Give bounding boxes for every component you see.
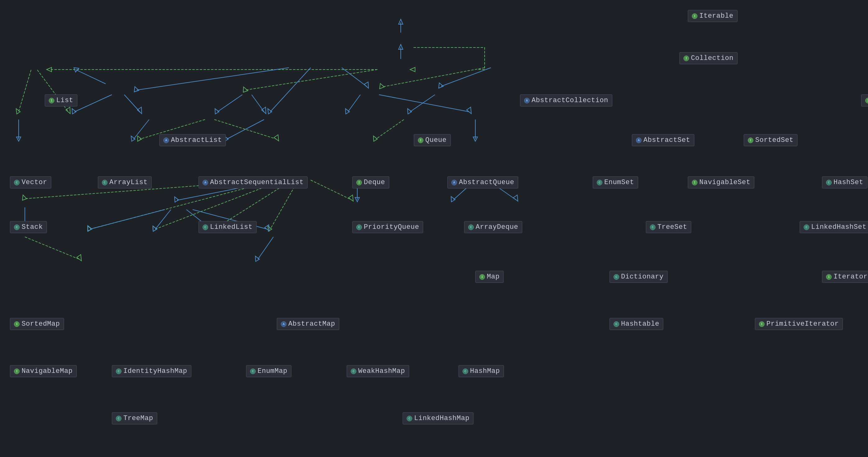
svg-marker-31 <box>215 109 219 114</box>
svg-marker-15 <box>380 84 384 89</box>
icon-hashtable: C <box>614 321 619 327</box>
icon-linkedhashmap: C <box>407 416 412 421</box>
icon-abstractmap: A <box>281 321 286 327</box>
node-vector[interactable]: CVector <box>10 176 51 189</box>
icon-primitiveiterator: I <box>759 321 765 327</box>
svg-marker-41 <box>345 109 349 114</box>
label-abstractmap: AbstractMap <box>288 320 335 328</box>
svg-marker-47 <box>373 136 377 141</box>
node-deque[interactable]: IDeque <box>352 176 389 189</box>
label-treemap: TreeMap <box>123 415 153 422</box>
node-hashtable[interactable]: CHashtable <box>610 318 663 330</box>
node-arraydeque[interactable]: CArrayDeque <box>464 221 522 233</box>
node-linkedhashmap[interactable]: CLinkedHashMap <box>403 412 473 424</box>
svg-marker-60 <box>451 197 455 202</box>
label-abstractqueue: AbstractQueue <box>459 178 514 186</box>
svg-marker-33 <box>261 107 266 113</box>
node-navigableset[interactable]: INavigableSet <box>688 176 754 189</box>
label-hashtable: Hashtable <box>621 320 659 328</box>
node-navigablemap[interactable]: INavigableMap <box>10 365 76 377</box>
icon-abstractlist: A <box>163 137 169 143</box>
node-enummap[interactable]: CEnumMap <box>246 365 291 377</box>
svg-line-10 <box>270 68 311 112</box>
svg-marker-56 <box>348 195 353 201</box>
svg-marker-50 <box>22 195 27 200</box>
svg-marker-29 <box>131 136 135 141</box>
node-sortedmap[interactable]: ISortedMap <box>10 318 64 330</box>
node-treeset[interactable]: CTreeSet <box>646 221 691 233</box>
label-hashset: HashSet <box>834 178 863 186</box>
svg-marker-72 <box>265 225 269 231</box>
node-linkedhashset[interactable]: CLinkedHashSet <box>800 221 868 233</box>
node-priorityqueue[interactable]: CPriorityQueue <box>352 221 423 233</box>
diagram-container: IIterableICollectionIListAAbstractCollec… <box>0 0 868 457</box>
node-hashset[interactable]: CHashSet <box>822 176 867 189</box>
svg-line-18 <box>74 95 112 112</box>
icon-abstractset: A <box>636 137 642 143</box>
icon-collection: I <box>683 56 689 61</box>
label-iterator: Iterator <box>834 273 868 281</box>
svg-line-42 <box>379 95 469 112</box>
svg-marker-4 <box>410 67 415 72</box>
node-collection[interactable]: ICollection <box>679 52 738 64</box>
node-dictionary[interactable]: CDictionary <box>610 271 668 283</box>
icon-abstractsequentiallist: A <box>203 180 208 185</box>
node-identityhashmap[interactable]: CIdentityHashMap <box>112 365 191 377</box>
node-linkedlist[interactable]: CLinkedList <box>198 221 257 233</box>
svg-line-6 <box>76 70 105 84</box>
svg-marker-37 <box>274 135 279 141</box>
icon-map: I <box>479 274 485 280</box>
svg-line-46 <box>376 120 404 139</box>
label-linkedhashset: LinkedHashSet <box>811 223 866 231</box>
svg-line-30 <box>217 95 242 112</box>
icon-linkedlist: C <box>203 225 208 230</box>
node-iterable[interactable]: IIterable <box>688 10 738 22</box>
node-abstractsequentiallist[interactable]: AAbstractSequentialList <box>198 176 308 189</box>
node-set[interactable]: ISet <box>861 94 868 106</box>
node-abstractmap[interactable]: AAbstractMap <box>277 318 339 330</box>
node-primitiveiterator[interactable]: IPrimitiveIterator <box>755 318 843 330</box>
node-arraylist[interactable]: CArrayList <box>98 176 152 189</box>
icon-queue: I <box>418 137 424 143</box>
icon-arraylist: C <box>102 180 107 185</box>
node-abstractcollection[interactable]: AAbstractCollection <box>520 94 612 106</box>
svg-line-40 <box>348 95 360 112</box>
label-priorityqueue: PriorityQueue <box>364 223 419 231</box>
icon-dictionary: C <box>614 274 619 280</box>
node-abstractqueue[interactable]: AAbstractQueue <box>447 176 518 189</box>
node-sortedset[interactable]: ISortedSet <box>744 134 798 146</box>
node-stack[interactable]: CStack <box>10 221 47 233</box>
icon-sortedset: I <box>748 137 753 143</box>
icon-stack: C <box>14 225 20 230</box>
node-abstractlist[interactable]: AAbstractList <box>159 134 226 146</box>
node-hashmap[interactable]: CHashMap <box>459 365 504 377</box>
label-abstractlist: AbstractList <box>171 136 222 144</box>
label-identityhashmap: IdentityHashMap <box>123 367 187 375</box>
svg-line-34 <box>227 120 264 139</box>
node-list[interactable]: IList <box>45 94 78 106</box>
svg-line-22 <box>19 70 31 112</box>
label-treeset: TreeSet <box>657 223 687 231</box>
icon-list: I <box>49 98 54 103</box>
svg-marker-45 <box>408 109 412 114</box>
node-treemap[interactable]: CTreeMap <box>112 412 157 424</box>
label-weakhashmap: WeakHashMap <box>358 367 405 375</box>
svg-marker-43 <box>467 107 471 113</box>
label-abstractcollection: AbstractCollection <box>532 97 608 104</box>
node-abstractset[interactable]: AAbstractSet <box>632 134 694 146</box>
label-sortedset: SortedSet <box>755 136 794 144</box>
node-map[interactable]: IMap <box>475 271 504 283</box>
svg-line-75 <box>258 237 273 259</box>
icon-arraydeque: C <box>468 225 474 230</box>
node-iterator[interactable]: IIterator <box>822 271 868 283</box>
node-enumset[interactable]: CEnumSet <box>593 176 638 189</box>
svg-marker-74 <box>77 255 82 261</box>
label-iterable: Iterable <box>699 12 734 20</box>
svg-marker-76 <box>255 256 259 261</box>
label-abstractset: AbstractSet <box>643 136 690 144</box>
node-weakhashmap[interactable]: CWeakHashMap <box>347 365 409 377</box>
node-queue[interactable]: IQueue <box>414 134 451 146</box>
label-abstractsequentiallist: AbstractSequentialList <box>210 178 304 186</box>
svg-marker-17 <box>439 83 443 88</box>
label-navigablemap: NavigableMap <box>22 367 72 375</box>
